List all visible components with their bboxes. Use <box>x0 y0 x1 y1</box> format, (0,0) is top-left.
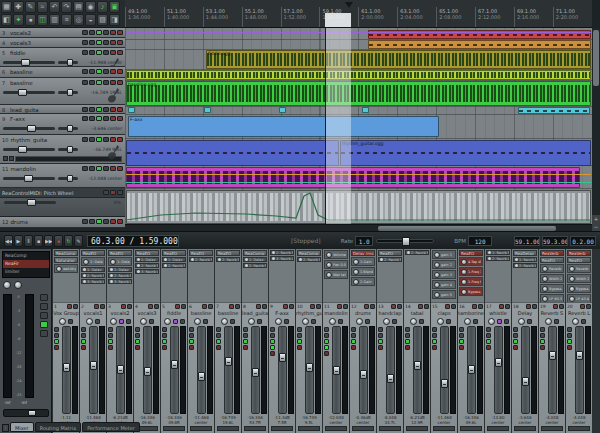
env-button[interactable] <box>89 30 95 35</box>
fx-param-knob[interactable]: Width 2.44 <box>540 274 564 283</box>
pan-slider[interactable] <box>58 91 78 94</box>
solo-button[interactable] <box>117 50 123 55</box>
docker-icon[interactable]: ◧ <box>1 14 12 26</box>
monitor-button[interactable] <box>181 304 186 309</box>
volume-fader[interactable] <box>575 326 584 414</box>
fx-param-knob[interactable]: 2-Gain 2.44 <box>351 277 375 286</box>
fader-thumb[interactable] <box>279 353 286 362</box>
fx-enable-button[interactable] <box>351 339 356 344</box>
pan-thumb[interactable] <box>67 59 73 66</box>
fx-param-knob[interactable]: LP 90.3 Hz <box>540 294 564 303</box>
monitor-button[interactable] <box>316 304 321 309</box>
fx-slot[interactable]: ReaComp <box>54 250 78 256</box>
pan-knob[interactable] <box>86 318 93 325</box>
volume-thumb[interactable] <box>21 59 30 66</box>
env-button[interactable] <box>567 327 572 332</box>
transport-time-display[interactable]: 60.3.00 / 1.59.000 <box>87 235 179 247</box>
fader-thumb[interactable] <box>198 372 205 381</box>
io-button[interactable] <box>432 333 437 338</box>
time-selection-overlay[interactable] <box>325 28 351 224</box>
timeline-ruler[interactable]: 49.1.00 1:36.000 51.1.00 1:40.000 53.1.0… <box>125 0 592 28</box>
fader-thumb[interactable] <box>522 377 529 386</box>
width-button[interactable] <box>473 319 478 324</box>
env-button[interactable] <box>243 327 248 332</box>
env-button[interactable] <box>432 327 437 332</box>
phase-button[interactable] <box>103 69 109 74</box>
io-button[interactable] <box>324 333 329 338</box>
fx-param-knob[interactable]: Bypass rolloff <box>540 284 564 293</box>
mute-button[interactable] <box>110 137 116 142</box>
io-button[interactable] <box>82 166 88 171</box>
pan-knob[interactable] <box>464 318 471 325</box>
fader-thumb[interactable] <box>225 357 232 366</box>
width-button[interactable] <box>365 319 370 324</box>
env-button[interactable] <box>378 327 383 332</box>
io-bar[interactable] <box>487 426 509 431</box>
record-arm-button[interactable] <box>445 304 450 309</box>
fx-slot[interactable]: ReaEQ <box>459 250 483 256</box>
record-arm-button[interactable] <box>67 304 72 309</box>
volume-fader[interactable] <box>467 326 476 414</box>
volume-thumb[interactable] <box>18 146 27 153</box>
track-name[interactable]: bassline <box>10 69 80 75</box>
send-slot[interactable]: 1: Revrb S <box>486 250 510 255</box>
fx-enable-button[interactable] <box>324 339 329 344</box>
width-button[interactable] <box>284 319 289 324</box>
mute-button[interactable] <box>110 219 116 224</box>
width-button[interactable] <box>419 319 424 324</box>
envelope-slider[interactable] <box>4 201 56 204</box>
mute-button[interactable] <box>110 116 116 121</box>
record-arm-button[interactable] <box>553 304 558 309</box>
fx-slot[interactable]: ReaEQ <box>108 250 132 256</box>
volume-fader[interactable] <box>413 326 422 414</box>
pan-knob[interactable] <box>572 318 579 325</box>
fx-button[interactable] <box>96 107 102 112</box>
strip-track-name[interactable]: drums <box>350 310 376 317</box>
fx-param-knob[interactable]: Width 1.00 <box>567 274 591 283</box>
strip-track-name[interactable]: Reverb L <box>566 310 592 317</box>
strip-track-name[interactable]: fiddle <box>161 310 187 317</box>
horizontal-scrollbar[interactable] <box>125 224 592 231</box>
fader-thumb[interactable] <box>387 374 394 383</box>
media-item[interactable] <box>126 140 339 166</box>
fx-button[interactable] <box>96 69 102 74</box>
docker-tab[interactable]: Mixer <box>10 422 34 432</box>
envelope-line[interactable] <box>126 32 591 33</box>
selection-field[interactable]: 59.3.00 <box>542 236 568 246</box>
volume-fader[interactable] <box>116 326 125 414</box>
solo-button[interactable] <box>117 116 123 121</box>
width-button[interactable] <box>257 319 262 324</box>
monitor-button[interactable] <box>127 304 132 309</box>
pan-slider[interactable] <box>58 127 78 130</box>
fx-param-knob[interactable]: Bypass <box>459 287 483 296</box>
volume-fader[interactable] <box>521 326 530 414</box>
track-panel[interactable]: 9 F-axx <box>0 114 125 135</box>
mute-button[interactable] <box>297 345 302 350</box>
record-arm-button[interactable] <box>148 304 153 309</box>
zoom-in-button[interactable]: + <box>592 215 600 223</box>
mute-button[interactable] <box>110 69 116 74</box>
io-button[interactable] <box>82 80 88 85</box>
width-button[interactable] <box>504 319 509 324</box>
io-button[interactable] <box>81 333 86 338</box>
track-input-field[interactable] <box>15 156 122 162</box>
record-arm-button[interactable] <box>94 304 99 309</box>
volume-fader[interactable] <box>386 326 395 414</box>
env-button[interactable] <box>89 69 95 74</box>
io-bar[interactable] <box>217 426 239 431</box>
solo-button[interactable] <box>117 69 123 74</box>
envelope-line[interactable] <box>126 182 591 183</box>
fx-slot[interactable]: ReaComp <box>243 250 267 256</box>
io-bar[interactable] <box>352 426 374 431</box>
track-panel[interactable]: 3 vocals2 <box>0 28 125 38</box>
track-name[interactable]: bassline <box>10 80 80 86</box>
fx-slot[interactable]: ReaEQ <box>81 250 105 256</box>
record-arm-button[interactable] <box>283 304 288 309</box>
mute-button[interactable] <box>459 345 464 350</box>
bpm-value[interactable]: 120 <box>468 236 492 246</box>
fx-enable-button[interactable] <box>216 339 221 344</box>
strip-track-name[interactable]: claps <box>431 310 457 317</box>
io-bar[interactable] <box>325 426 347 431</box>
media-item[interactable]: fiddle.ogg <box>206 50 591 69</box>
volume-fader[interactable] <box>224 326 233 414</box>
